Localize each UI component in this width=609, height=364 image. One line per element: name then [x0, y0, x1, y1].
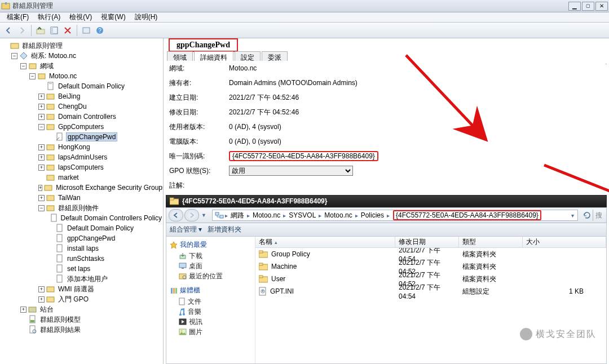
tree-gpo-container[interactable]: −群組原則物件	[2, 203, 163, 213]
explorer-nav-pane[interactable]: 我的最愛 下載 桌面 最近的位置 媒體櫃 文件 音樂 視訊 圖片	[166, 237, 255, 363]
network-icon	[215, 211, 224, 219]
policy-icon	[55, 234, 64, 243]
tree-root[interactable]: 群組原則管理	[2, 41, 163, 51]
file-row[interactable]: GPT.INI2021/2/7 下午 04:54組態設定1 KB	[255, 285, 606, 298]
tree-gpo-item[interactable]: Default Domain Controllers Policy	[2, 213, 163, 223]
column-headers[interactable]: 名稱 ▴ 修改日期 類型 大小	[255, 237, 606, 248]
tree-gpo-item[interactable]: 添加本地用户	[2, 274, 163, 284]
forward-button[interactable]	[16, 24, 28, 37]
svg-rect-52	[175, 288, 177, 294]
nav-pictures[interactable]: 圖片	[170, 327, 251, 337]
delete-button[interactable]	[61, 24, 74, 37]
col-name[interactable]: 名稱 ▴	[255, 237, 395, 247]
folder-icon	[170, 197, 179, 205]
nav-back-button[interactable]	[169, 209, 183, 221]
crumb[interactable]: 網路	[229, 211, 246, 220]
maximize-button[interactable]: ▢	[582, 2, 594, 11]
crumb[interactable]: Motoo.nc	[323, 211, 354, 219]
tree-domains[interactable]: −網域	[2, 61, 163, 71]
menu-help[interactable]: 說明(H)	[130, 12, 162, 23]
tree-item[interactable]: Default Domain Policy	[2, 81, 163, 91]
up-folder-button[interactable]	[34, 24, 47, 37]
show-tree-button[interactable]	[48, 24, 60, 37]
svg-rect-38	[30, 326, 35, 333]
nav-music[interactable]: 音樂	[170, 307, 251, 317]
details-panel: 網域:Motoo.nc 擁有者:Domain Admins (MOTOO\Dom…	[167, 61, 606, 193]
nav-videos[interactable]: 視訊	[170, 317, 251, 327]
file-list[interactable]: Group Policy2021/2/7 下午 04:54檔案資料夾Machin…	[255, 248, 606, 363]
tree-item[interactable]: +lapsAdminUsers	[2, 152, 163, 162]
nav-desktop[interactable]: 桌面	[170, 261, 251, 271]
comment-label: 註解:	[167, 181, 229, 190]
folder-icon	[259, 250, 268, 258]
svg-marker-9	[20, 52, 27, 59]
col-type[interactable]: 類型	[459, 237, 523, 247]
tree-results[interactable]: 群組原則結果	[2, 325, 163, 335]
svg-rect-53	[179, 298, 184, 305]
refresh-button[interactable]	[80, 24, 92, 37]
close-button[interactable]: ✕	[595, 2, 608, 11]
tree-sites[interactable]: +站台	[2, 304, 163, 314]
nav-forward-button[interactable]	[184, 209, 199, 221]
breadcrumb[interactable]: ▸ 網路▸ Motoo.nc▸ SYSVOL▸ Motoo.nc▸ Polici…	[212, 210, 578, 221]
file-type: 檔案資料夾	[459, 274, 523, 284]
col-date[interactable]: 修改日期	[395, 237, 459, 247]
tree-item[interactable]: +HongKong	[2, 142, 163, 152]
nav-history-dropdown-icon[interactable]: ▼	[200, 212, 208, 218]
svg-rect-35	[29, 307, 36, 312]
menu-window[interactable]: 視窗(W)	[96, 12, 130, 23]
organize-button[interactable]: 組合管理 ▾	[170, 225, 202, 234]
tree-item[interactable]: +BeiJing	[2, 91, 163, 101]
tree-gpo-item[interactable]: install laps	[2, 243, 163, 254]
menu-file[interactable]: 檔案(F)	[2, 12, 33, 23]
tree-item[interactable]: +ChengDu	[2, 101, 163, 112]
tree-gpo-item[interactable]: runSchtasks	[2, 254, 163, 264]
svg-rect-5	[83, 28, 90, 33]
svg-marker-44	[170, 242, 177, 248]
search-label[interactable]: 搜	[593, 210, 604, 221]
tree-gpo-item[interactable]: gppChangePwd	[2, 233, 163, 243]
svg-rect-63	[259, 276, 263, 278]
crumb[interactable]: Policies	[359, 211, 386, 219]
tree-gpo-item[interactable]: Default Domain Policy	[2, 223, 163, 233]
tree-pane[interactable]: 群組原則管理 −樹系: Motoo.nc −網域 −Motoo.nc Defau…	[0, 38, 164, 364]
crumb[interactable]: Motoo.nc	[251, 211, 282, 219]
col-size[interactable]: 大小	[523, 237, 606, 247]
nav-documents[interactable]: 文件	[170, 296, 251, 307]
tree-gpo-item[interactable]: set laps	[2, 264, 163, 274]
menu-view[interactable]: 檢視(V)	[65, 12, 96, 23]
tree-item-gppchangepwd-link[interactable]: gppChangePwd	[2, 132, 163, 142]
policy-icon	[46, 82, 55, 91]
tree-starter[interactable]: +入門 GPO	[2, 294, 163, 304]
crumb-current[interactable]: {4FC55772-5E0A-4ED5-AA84-A3FF988B6409}	[393, 210, 541, 220]
tree-item[interactable]: market	[2, 172, 163, 183]
gpo-status-select[interactable]: 啟用	[229, 166, 353, 176]
help-button[interactable]: ?	[94, 24, 106, 37]
tree-model[interactable]: 群組原則模型	[2, 314, 163, 325]
tree-item[interactable]: +Microsoft Exchange Security Groups	[2, 183, 163, 193]
nav-recent[interactable]: 最近的位置	[170, 271, 251, 281]
nav-downloads[interactable]: 下載	[170, 251, 251, 261]
tree-domain[interactable]: −Motoo.nc	[2, 71, 163, 81]
folder-icon	[46, 285, 55, 294]
tree-item[interactable]: +lapsComputers	[2, 162, 163, 172]
nav-favorites[interactable]: 我的最愛	[170, 239, 251, 251]
nav-libraries[interactable]: 媒體櫃	[170, 285, 251, 296]
ou-icon	[46, 112, 55, 121]
minimize-button[interactable]: ▁	[568, 2, 581, 11]
refresh-icon[interactable]	[582, 211, 592, 220]
uid-value: {4FC55772-5E0A-4ED5-AA84-A3FF988B6409}	[229, 151, 378, 161]
tree-forest[interactable]: −樹系: Motoo.nc	[2, 51, 163, 61]
ou-icon	[46, 143, 55, 152]
tree-item[interactable]: +Domain Controllers	[2, 112, 163, 122]
crumb[interactable]: SYSVOL	[287, 211, 317, 219]
tree-item[interactable]: −GppComputers	[2, 122, 163, 132]
svg-rect-41	[170, 198, 174, 200]
ou-icon	[46, 122, 55, 131]
tree-item[interactable]: +TaiWan	[2, 193, 163, 203]
tree-wmi[interactable]: +WMI 篩選器	[2, 284, 163, 294]
new-folder-button[interactable]: 新增資料夾	[208, 225, 241, 234]
modified-value: 2021/2/7 下午 04:52:46	[229, 108, 606, 117]
menu-action[interactable]: 執行(A)	[33, 12, 65, 23]
back-button[interactable]	[2, 24, 15, 37]
